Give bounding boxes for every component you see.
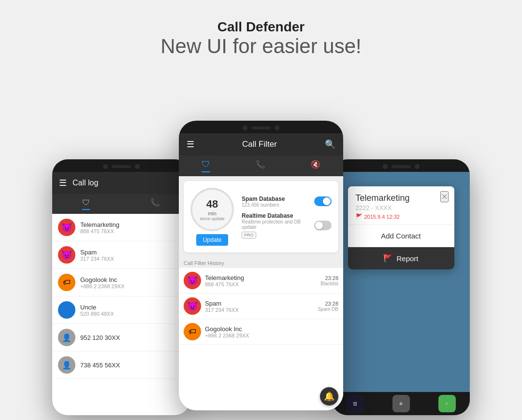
h-item-info: Telemarketing 888 475 76XX bbox=[205, 274, 317, 287]
right-camera-bar bbox=[332, 159, 470, 172]
history-item[interactable]: 😈 Spam 317 234 76XX 23:28 Spam DB bbox=[179, 294, 343, 319]
page-header: Call Defender New UI for easier use! bbox=[160, 19, 362, 58]
history-item[interactable]: 😈 Telemarketing 888 475 76XX 23:28 Black… bbox=[179, 268, 343, 294]
calllog-tabs: 🛡 📞 bbox=[52, 194, 190, 214]
center-phone-screen: ☰ Call Filter 🔍 🛡 📞 🔇 bbox=[179, 133, 343, 410]
fab-icon: 🔔 bbox=[324, 391, 334, 402]
center-speaker bbox=[251, 126, 271, 129]
phone-tab-icon: 📞 bbox=[256, 160, 265, 169]
history-list: 😈 Telemarketing 888 475 76XX 23:28 Black… bbox=[179, 268, 343, 410]
list-item[interactable]: 🏷 Gogolook Inc +886 2 2368 29XX bbox=[52, 269, 190, 296]
history-item[interactable]: 🏷 Gogolook Inc +886 2 2368 29XX bbox=[179, 319, 343, 345]
app-icon-main[interactable]: 앱 bbox=[347, 395, 364, 412]
h-item-info: Spam 317 234 76XX bbox=[205, 300, 314, 313]
h-item-tag: Blacklist bbox=[320, 281, 338, 286]
phone-icon: 📞 bbox=[150, 198, 160, 207]
h-item-num: +886 2 2368 29XX bbox=[205, 333, 334, 338]
popup-close-button[interactable]: ✕ bbox=[440, 191, 449, 202]
avatar-unknown1: 👤 bbox=[58, 329, 75, 346]
h-item-num: 317 234 76XX bbox=[205, 307, 314, 313]
item-number: 888 475 76XX bbox=[80, 228, 184, 234]
report-button[interactable]: 🚩 Report bbox=[348, 247, 454, 269]
callfilter-tab-phone[interactable]: 📞 bbox=[256, 160, 265, 172]
timer-since: since update bbox=[200, 216, 224, 221]
realtime-db-sub: Realtime protection and DB update bbox=[242, 219, 310, 230]
h-item-time: 23:28 bbox=[320, 275, 338, 281]
item-name: Gogolook Inc bbox=[80, 276, 184, 283]
left-speaker bbox=[112, 165, 131, 168]
center-camera bbox=[243, 126, 247, 130]
right-sensor bbox=[415, 164, 420, 169]
mute-tab-icon: 🔇 bbox=[311, 160, 320, 169]
calllog-tab-shield[interactable]: 🛡 bbox=[82, 198, 90, 210]
add-contact-button[interactable]: Add Contact bbox=[348, 225, 454, 247]
timer-unit: min bbox=[208, 210, 217, 216]
calllog-tab-phone[interactable]: 📞 bbox=[150, 198, 160, 210]
avatar-unknown2: 👤 bbox=[58, 356, 75, 374]
popup-title: Telemarketing bbox=[356, 193, 447, 203]
callfilter-topbar: ☰ Call Filter 🔍 bbox=[179, 133, 343, 155]
settings-icon-label: ⚙ bbox=[399, 402, 403, 406]
h-item-time: 23:28 bbox=[318, 301, 338, 307]
stats-right-panel: Spam Database 123,456 numbers Realtime D… bbox=[242, 196, 332, 238]
app-subtitle: New UI for easier use! bbox=[160, 35, 362, 58]
calllog-list: 😈 Telemarketing 888 475 76XX 😈 Spam 317 … bbox=[52, 214, 190, 415]
item-name: Telemarketing bbox=[80, 221, 184, 228]
callfilter-menu-icon[interactable]: ☰ bbox=[187, 139, 194, 150]
callfilter-title: Call Filter bbox=[242, 140, 277, 149]
item-info: Gogolook Inc +886 2 2368 29XX bbox=[80, 276, 184, 289]
item-number: +886 2 2368 29XX bbox=[80, 283, 184, 289]
app-icon-cleaner[interactable]: ✓ bbox=[438, 395, 456, 412]
flag-icon: 🚩 bbox=[356, 213, 362, 220]
list-item[interactable]: 👤 Uncle 520 890 48XX bbox=[52, 296, 190, 324]
h-item-name: Spam bbox=[205, 300, 314, 307]
h-item-num: 888 475 76XX bbox=[205, 281, 317, 287]
item-info: Telemarketing 888 475 76XX bbox=[80, 221, 184, 234]
center-sensor bbox=[275, 126, 279, 130]
avatar-gogolook: 🏷 bbox=[58, 274, 75, 291]
avatar-spam: 😈 bbox=[58, 246, 75, 264]
update-button[interactable]: Update bbox=[196, 234, 229, 246]
fab-button[interactable]: 🔔 bbox=[320, 387, 338, 406]
item-info: 738 455 56XX bbox=[80, 362, 184, 369]
left-phone-screen: ☰ Call log 🛡 📞 😈 Telemarketing 888 47 bbox=[52, 172, 190, 415]
avatar-h2: 😈 bbox=[184, 297, 201, 315]
report-flag-icon: 🚩 bbox=[383, 254, 392, 263]
phone-left: ☰ Call log 🛡 📞 😈 Telemarketing 888 47 bbox=[52, 159, 190, 415]
list-item[interactable]: 😈 Telemarketing 888 475 76XX bbox=[52, 214, 190, 241]
item-number: 317 234 76XX bbox=[80, 256, 184, 262]
item-name: 952 120 30XX bbox=[80, 334, 184, 341]
callfilter-search-icon[interactable]: 🔍 bbox=[325, 139, 335, 150]
spam-db-sub: 123,456 numbers bbox=[242, 202, 285, 208]
shield-tab-icon: 🛡 bbox=[202, 159, 210, 169]
h-item-name: Telemarketing bbox=[205, 274, 317, 281]
h-item-info: Gogolook Inc +886 2 2368 29XX bbox=[205, 325, 334, 338]
popup-number: 2222 - XXXX bbox=[356, 204, 447, 211]
avatar-uncle: 👤 bbox=[58, 301, 75, 319]
item-info: Uncle 520 890 48XX bbox=[80, 304, 184, 317]
avatar-h1: 😈 bbox=[184, 272, 201, 289]
popup-header: ✕ Telemarketing 2222 - XXXX 🚩 2015.9.4 1… bbox=[348, 186, 454, 224]
popup-date: 🚩 2015.9.4 12:32 bbox=[356, 213, 447, 220]
list-item[interactable]: 😈 Spam 317 234 76XX bbox=[52, 241, 190, 269]
stats-card: 48 min since update Update Spam Database… bbox=[184, 181, 338, 252]
telemarketing-popup: ✕ Telemarketing 2222 - XXXX 🚩 2015.9.4 1… bbox=[348, 186, 454, 269]
realtime-db-toggle[interactable] bbox=[314, 221, 332, 230]
h-item-tag: Spam DB bbox=[318, 307, 338, 312]
item-name: 738 455 56XX bbox=[80, 362, 184, 369]
list-item[interactable]: 👤 738 455 56XX bbox=[52, 351, 190, 379]
center-camera-bar bbox=[179, 121, 343, 133]
cleaner-icon-label: ✓ bbox=[445, 402, 449, 406]
phone-right: ✕ Telemarketing 2222 - XXXX 🚩 2015.9.4 1… bbox=[332, 159, 470, 415]
app-icon-settings[interactable]: ⚙ bbox=[392, 395, 410, 412]
callfilter-tab-mute[interactable]: 🔇 bbox=[311, 160, 320, 172]
shield-icon: 🛡 bbox=[82, 198, 90, 207]
h-item-meta: 23:28 Blacklist bbox=[320, 275, 338, 286]
callfilter-content: 48 min since update Update Spam Database… bbox=[179, 176, 343, 410]
update-timer-circle: 48 min since update bbox=[190, 188, 234, 231]
spam-db-toggle[interactable] bbox=[314, 196, 332, 206]
list-item[interactable]: 👤 952 120 30XX bbox=[52, 324, 190, 351]
pro-badge: PRO bbox=[242, 232, 256, 238]
calllog-menu-icon[interactable]: ☰ bbox=[59, 178, 67, 188]
callfilter-tab-shield[interactable]: 🛡 bbox=[202, 159, 210, 172]
